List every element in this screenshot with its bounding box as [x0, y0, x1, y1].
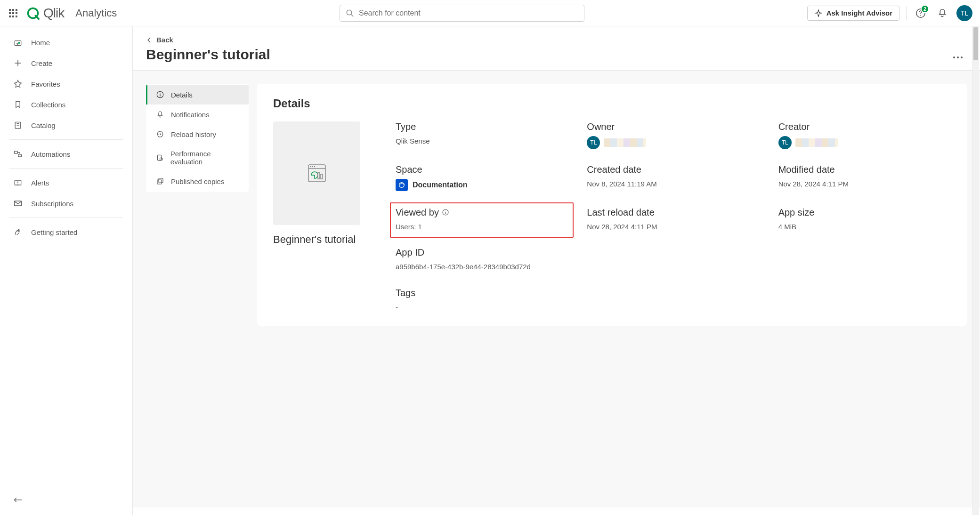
svg-rect-3	[9, 12, 11, 14]
more-actions-button[interactable]	[949, 52, 967, 63]
ask-insight-advisor-button[interactable]: Ask Insight Advisor	[807, 6, 899, 21]
field-value: 4 MiB	[778, 222, 951, 233]
field-modified-date: Modified date Nov 28, 2024 4:11 PM	[778, 164, 951, 190]
notifications-button[interactable]	[935, 6, 950, 21]
field-space: Space Documentation	[396, 164, 568, 192]
header-right: Ask Insight Advisor 2 TL	[807, 5, 972, 21]
sidebar-item-label: Home	[31, 39, 50, 47]
search-wrap	[124, 5, 799, 22]
user-avatar[interactable]: TL	[956, 5, 972, 21]
info-icon[interactable]	[442, 209, 449, 216]
field-value: Nov 28, 2024 4:11 PM	[778, 179, 951, 190]
svg-rect-6	[9, 16, 11, 17]
field-value: Documentation	[396, 179, 568, 192]
notification-badge: 2	[921, 5, 929, 13]
page-header: Back Beginner's tutorial	[133, 26, 980, 71]
field-value: Nov 8, 2024 11:19 AM	[587, 179, 759, 190]
content: Details Notifications Reload history Per…	[133, 71, 980, 507]
info-icon	[156, 90, 164, 99]
details-panel: Details Be	[257, 84, 967, 326]
back-button[interactable]: Back	[146, 36, 270, 44]
sidebar-item-label: Create	[31, 59, 52, 67]
logo[interactable]: Qlik	[26, 6, 64, 21]
collapse-icon	[13, 496, 23, 504]
field-owner: Owner TL	[587, 121, 759, 149]
svg-point-30	[953, 56, 955, 58]
gauge-icon	[156, 153, 164, 162]
mail-icon	[13, 199, 23, 208]
scrollbar-thumb[interactable]	[973, 27, 978, 60]
search-box[interactable]	[340, 5, 584, 22]
sidebar-item-automations[interactable]: Automations	[0, 144, 132, 164]
sidebar-item-home[interactable]: Home	[0, 32, 132, 53]
subnav-item-label: Notifications	[171, 111, 210, 119]
subnav-item-label: Details	[171, 91, 193, 99]
field-created-date: Created date Nov 8, 2024 11:19 AM	[587, 164, 759, 190]
subnav-item-performance[interactable]: Performance evaluation	[146, 144, 249, 171]
sidebar-item-label: Automations	[31, 150, 70, 158]
field-app-size: App size 4 MiB	[778, 207, 951, 233]
subnav-item-label: Published copies	[171, 177, 224, 185]
product-name: Analytics	[75, 7, 117, 19]
divider	[9, 139, 123, 140]
field-app-id: App ID a959b6b4-175e-432b-9e44-28349b03d…	[396, 247, 568, 273]
sidebar-item-subscriptions[interactable]: Subscriptions	[0, 193, 132, 214]
automations-icon	[13, 149, 23, 159]
sidebar-item-label: Alerts	[31, 179, 49, 187]
svg-point-31	[957, 56, 959, 58]
field-label: App size	[778, 207, 951, 218]
qlik-logo-icon	[26, 7, 40, 20]
divider	[9, 217, 123, 218]
svg-rect-4	[12, 12, 14, 14]
field-type: Type Qlik Sense	[396, 121, 568, 147]
history-icon	[156, 130, 164, 138]
sidebar-item-favorites[interactable]: Favorites	[0, 73, 132, 94]
panel-title: Details	[273, 97, 951, 110]
svg-point-16	[18, 42, 20, 44]
sidebar-item-collections[interactable]: Collections	[0, 94, 132, 115]
subnav-item-published-copies[interactable]: Published copies	[146, 171, 249, 191]
svg-point-50	[445, 211, 445, 211]
more-icon	[953, 56, 963, 59]
svg-rect-0	[9, 9, 11, 11]
preview-caption: Beginner's tutorial	[273, 233, 367, 246]
owner-avatar: TL	[587, 136, 600, 149]
svg-rect-7	[12, 16, 14, 17]
svg-point-44	[314, 166, 315, 167]
sidebar-item-label: Subscriptions	[31, 200, 73, 208]
header: Qlik Analytics Ask Insight Advisor 2 TL	[0, 0, 980, 26]
sidebar-item-catalog[interactable]: Catalog	[0, 115, 132, 136]
subnav-item-reload-history[interactable]: Reload history	[146, 124, 249, 144]
field-label: Tags	[396, 288, 568, 298]
space-badge[interactable]: Documentation	[396, 179, 467, 191]
field-label: Type	[396, 121, 568, 132]
sidebar-item-label: Getting started	[31, 228, 77, 236]
field-label: Modified date	[778, 164, 951, 175]
svg-point-32	[961, 56, 963, 58]
sidebar-item-label: Collections	[31, 101, 65, 109]
search-icon	[346, 9, 354, 17]
field-label: Created date	[587, 164, 759, 175]
help-button[interactable]: 2	[913, 6, 928, 21]
sidebar-item-create[interactable]: Create	[0, 53, 132, 73]
sparkle-icon	[814, 9, 823, 17]
scrollbar[interactable]	[972, 26, 979, 515]
field-value: Qlik Sense	[396, 136, 568, 147]
sidebar-collapse-button[interactable]	[0, 491, 132, 509]
divider	[906, 7, 907, 20]
subnav-item-notifications[interactable]: Notifications	[146, 105, 249, 124]
search-input[interactable]	[359, 9, 578, 17]
field-creator: Creator TL	[778, 121, 951, 149]
field-tags: Tags -	[396, 288, 568, 313]
svg-rect-27	[15, 201, 22, 206]
app-launcher-icon[interactable]	[8, 8, 19, 19]
subnav-item-details[interactable]: Details	[146, 85, 249, 105]
sidebar-item-label: Favorites	[31, 80, 60, 88]
svg-point-43	[312, 166, 313, 167]
field-value: TL	[587, 136, 759, 149]
svg-rect-45	[318, 172, 320, 179]
alert-icon	[13, 178, 23, 187]
sidebar-item-alerts[interactable]: Alerts	[0, 172, 132, 193]
sidebar-item-getting-started[interactable]: Getting started	[0, 222, 132, 242]
svg-rect-8	[16, 16, 17, 17]
